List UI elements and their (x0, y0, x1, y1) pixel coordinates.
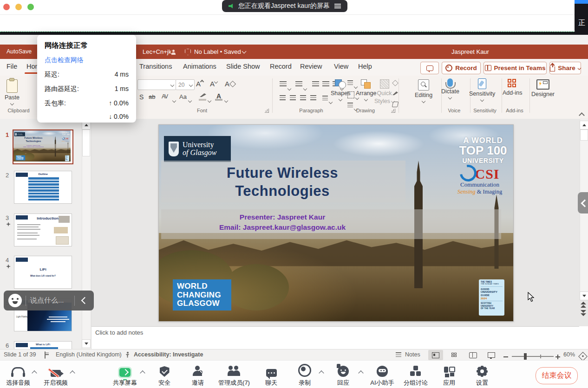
bullets-icon[interactable] (280, 81, 287, 87)
chevron-down-icon[interactable] (208, 96, 211, 104)
notes-placeholder[interactable]: Click to add notes (95, 329, 143, 336)
thumb-scroll-down[interactable] (82, 339, 91, 348)
user-name[interactable]: Jaspreet Kaur (451, 48, 489, 55)
normal-view-button[interactable] (428, 350, 443, 360)
spellcheck-icon[interactable] (45, 352, 46, 358)
slide-thumbnail-6[interactable]: What is LiFi (14, 341, 72, 349)
scroll-thumb[interactable] (580, 129, 588, 141)
font-dialog-launcher[interactable] (265, 109, 269, 113)
dictate-button[interactable]: Dictate (441, 78, 459, 99)
font-color-bar[interactable] (215, 99, 222, 101)
notes-toggle[interactable]: Notes (405, 351, 420, 358)
record-button[interactable]: Record (442, 62, 481, 74)
next-slide-button[interactable] (581, 310, 586, 314)
zoom-in-button[interactable] (555, 356, 560, 357)
paragraph-dialog-launcher[interactable] (391, 109, 395, 113)
check-network-link[interactable]: 点击检查网络 (45, 56, 129, 65)
toolbar-settings[interactable]: 设置 (460, 364, 504, 387)
collapse-left-icon[interactable] (81, 297, 89, 304)
toolbar-reactions[interactable]: 回应 (321, 364, 366, 387)
justify-icon[interactable] (310, 95, 316, 101)
caption-placeholder[interactable]: 说点什么... (30, 296, 74, 305)
toolbar-record[interactable]: 录制 (282, 364, 327, 387)
designer-button[interactable]: Designer (531, 79, 555, 97)
side-panel-edge[interactable]: 正 (575, 0, 588, 35)
doc-status[interactable]: No Label • Saved (194, 48, 241, 55)
zoom-out-button[interactable] (503, 356, 508, 357)
highlight-color-icon[interactable] (200, 93, 206, 97)
reading-view-button[interactable] (465, 350, 480, 360)
chevron-down-icon[interactable] (189, 96, 191, 104)
tab-animations[interactable]: Animations (183, 63, 216, 70)
chevron-down-icon[interactable] (173, 96, 176, 104)
shrink-font-button[interactable]: A (210, 80, 217, 88)
clear-formatting-button[interactable]: A (225, 80, 235, 88)
highlight-color-bar[interactable] (199, 99, 206, 101)
font-name-combo[interactable] (137, 79, 176, 90)
open-panel-handle[interactable] (578, 192, 588, 213)
align-left-icon[interactable] (280, 95, 286, 101)
language-status[interactable]: English (United Kingdom) (56, 351, 122, 358)
maximize-traffic-light[interactable] (27, 4, 34, 10)
tab-record[interactable]: Record (270, 63, 292, 70)
numbering-icon[interactable] (295, 81, 302, 87)
character-spacing-button[interactable]: AV (162, 93, 168, 100)
comments-button[interactable] (420, 62, 439, 74)
smartart-icon[interactable] (347, 103, 353, 107)
toolbar-video[interactable]: 开启视频 (33, 364, 78, 387)
collapse-ribbon-icon[interactable] (580, 111, 584, 119)
shapes-button[interactable]: Shapes (331, 79, 350, 101)
notes-toggle-icon[interactable] (396, 352, 401, 358)
slide-canvas[interactable]: Universityof Glasgow Future WirelessTech… (158, 124, 514, 322)
tab-slideshow[interactable]: Slide Show (226, 63, 260, 70)
notes-splitter[interactable] (91, 326, 579, 327)
zoom-level[interactable]: 60% (563, 351, 575, 358)
slide-thumbnail-3[interactable]: Introduction (14, 213, 72, 246)
zoom-slider-thumb[interactable] (524, 353, 527, 360)
toolbar-share-screen[interactable]: 共享屏幕 (103, 364, 147, 387)
zoom-slider-track[interactable] (512, 356, 554, 357)
strikethrough-button[interactable]: S (139, 93, 144, 101)
chevron-down-icon[interactable] (242, 49, 247, 54)
banner-menu-icon[interactable] (334, 4, 341, 8)
arrange-button[interactable]: Arrange (356, 79, 376, 101)
change-case-button[interactable]: Aa (179, 93, 187, 100)
sensitivity-button[interactable]: Sensitivity (469, 78, 495, 101)
decrease-indent-icon[interactable] (312, 81, 319, 87)
slide-thumbnail-1[interactable]: Universityof Glasgow Future WirelessTech… (13, 129, 73, 164)
tab-help[interactable]: Help (358, 63, 372, 70)
screen-share-banner[interactable]: 您正在观看Jaspreet kaur的屏幕 (222, 0, 347, 12)
slideshow-view-button[interactable] (484, 350, 499, 360)
font-size-combo[interactable]: 20 (176, 79, 195, 90)
tab-transitions[interactable]: Transitions (139, 63, 172, 70)
accessibility-status[interactable]: Accessibility: Investigate (134, 351, 203, 358)
document-title[interactable]: Lec+Cn+jk (143, 48, 171, 55)
caption-input-bar[interactable]: 说点什么... (4, 291, 94, 310)
scroll-up[interactable] (580, 121, 588, 129)
slide-thumbnail-2[interactable]: Outline (14, 171, 72, 204)
strikethrough2-button[interactable]: ab (149, 93, 155, 100)
slide-thumbnail-4[interactable]: LiFi What does LiFi stand for? (14, 256, 72, 289)
previous-slide-button[interactable] (581, 302, 586, 305)
thumb-scroll-thumb[interactable] (82, 129, 90, 156)
end-meeting-button[interactable]: 结束会议 (536, 367, 578, 384)
align-right-icon[interactable] (300, 95, 306, 101)
present-in-teams-button[interactable]: Present in Teams (483, 62, 547, 74)
slide-sorter-view-button[interactable] (447, 350, 462, 360)
grow-font-button[interactable]: A (196, 80, 203, 88)
increase-indent-icon[interactable] (322, 81, 329, 87)
columns-icon[interactable] (322, 96, 328, 100)
chevron-down-icon[interactable] (288, 84, 291, 92)
scroll-down[interactable] (580, 291, 588, 300)
chevron-down-icon[interactable] (304, 84, 307, 92)
share-button[interactable]: Share (549, 62, 581, 74)
fit-slide-button[interactable] (578, 352, 588, 361)
tab-view[interactable]: View (334, 63, 348, 70)
slide-counter[interactable]: Slide 1 of 39 (4, 351, 36, 358)
paste-button[interactable]: Paste (5, 79, 20, 105)
tab-review[interactable]: Review (300, 63, 322, 70)
addins-button[interactable]: Add-ins (503, 79, 522, 96)
quick-styles-button[interactable]: QuickStyles (374, 79, 394, 104)
minimize-traffic-light[interactable] (15, 4, 22, 10)
shape-effects-icon[interactable] (392, 102, 399, 107)
